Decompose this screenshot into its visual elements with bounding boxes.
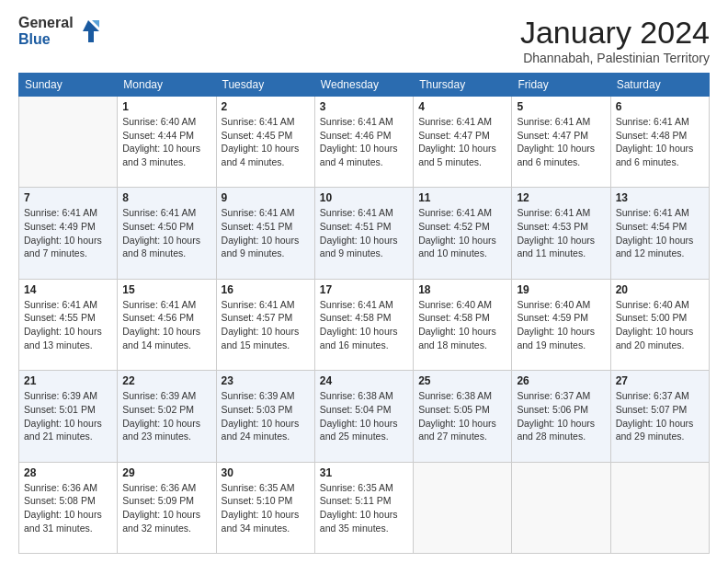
day-number: 12 xyxy=(517,191,605,204)
table-row xyxy=(414,462,512,553)
logo-general: General xyxy=(18,15,74,31)
table-row: 25Sunrise: 6:38 AM Sunset: 5:05 PM Dayli… xyxy=(414,371,512,462)
day-info: Sunrise: 6:37 AM Sunset: 5:06 PM Dayligh… xyxy=(517,389,605,443)
day-info: Sunrise: 6:41 AM Sunset: 4:54 PM Dayligh… xyxy=(616,206,704,260)
day-info: Sunrise: 6:37 AM Sunset: 5:07 PM Dayligh… xyxy=(616,389,704,443)
table-row: 2Sunrise: 6:41 AM Sunset: 4:45 PM Daylig… xyxy=(216,97,314,188)
day-info: Sunrise: 6:39 AM Sunset: 5:03 PM Dayligh… xyxy=(222,389,310,443)
table-row: 23Sunrise: 6:39 AM Sunset: 5:03 PM Dayli… xyxy=(216,371,314,462)
day-number: 13 xyxy=(616,191,704,204)
table-row: 11Sunrise: 6:41 AM Sunset: 4:52 PM Dayli… xyxy=(414,188,512,279)
day-info: Sunrise: 6:41 AM Sunset: 4:50 PM Dayligh… xyxy=(122,206,210,260)
table-row: 24Sunrise: 6:38 AM Sunset: 5:04 PM Dayli… xyxy=(314,371,413,462)
table-row: 21Sunrise: 6:39 AM Sunset: 5:01 PM Dayli… xyxy=(19,371,118,462)
calendar-week-row: 28Sunrise: 6:36 AM Sunset: 5:08 PM Dayli… xyxy=(19,462,710,553)
table-row: 4Sunrise: 6:41 AM Sunset: 4:47 PM Daylig… xyxy=(414,97,512,188)
day-number: 30 xyxy=(222,466,310,479)
table-row: 15Sunrise: 6:41 AM Sunset: 4:56 PM Dayli… xyxy=(118,279,216,370)
day-info: Sunrise: 6:36 AM Sunset: 5:08 PM Dayligh… xyxy=(24,481,112,535)
day-info: Sunrise: 6:41 AM Sunset: 4:52 PM Dayligh… xyxy=(418,206,506,260)
day-number: 23 xyxy=(222,374,310,387)
day-number: 2 xyxy=(222,100,310,113)
calendar-week-row: 21Sunrise: 6:39 AM Sunset: 5:01 PM Dayli… xyxy=(19,371,710,462)
col-monday: Monday xyxy=(118,74,216,97)
day-number: 31 xyxy=(320,466,408,479)
table-row: 7Sunrise: 6:41 AM Sunset: 4:49 PM Daylig… xyxy=(19,188,118,279)
day-number: 19 xyxy=(517,283,605,296)
col-wednesday: Wednesday xyxy=(314,74,413,97)
col-saturday: Saturday xyxy=(610,74,709,97)
day-number: 10 xyxy=(320,191,408,204)
day-number: 11 xyxy=(418,191,506,204)
day-info: Sunrise: 6:41 AM Sunset: 4:47 PM Dayligh… xyxy=(418,115,506,169)
col-thursday: Thursday xyxy=(414,74,512,97)
day-info: Sunrise: 6:41 AM Sunset: 4:58 PM Dayligh… xyxy=(320,298,408,352)
day-info: Sunrise: 6:38 AM Sunset: 5:05 PM Dayligh… xyxy=(418,389,506,443)
day-number: 3 xyxy=(320,100,408,113)
day-info: Sunrise: 6:40 AM Sunset: 5:00 PM Dayligh… xyxy=(616,298,704,352)
day-number: 18 xyxy=(418,283,506,296)
day-number: 28 xyxy=(24,466,112,479)
table-row: 14Sunrise: 6:41 AM Sunset: 4:55 PM Dayli… xyxy=(19,279,118,370)
day-number: 25 xyxy=(418,374,506,387)
day-info: Sunrise: 6:41 AM Sunset: 4:47 PM Dayligh… xyxy=(517,115,605,169)
day-info: Sunrise: 6:35 AM Sunset: 5:10 PM Dayligh… xyxy=(222,481,310,535)
day-info: Sunrise: 6:36 AM Sunset: 5:09 PM Dayligh… xyxy=(122,481,210,535)
day-number: 16 xyxy=(222,283,310,296)
day-info: Sunrise: 6:39 AM Sunset: 5:01 PM Dayligh… xyxy=(24,389,112,443)
table-row: 27Sunrise: 6:37 AM Sunset: 5:07 PM Dayli… xyxy=(610,371,709,462)
table-row: 26Sunrise: 6:37 AM Sunset: 5:06 PM Dayli… xyxy=(512,371,610,462)
day-info: Sunrise: 6:41 AM Sunset: 4:57 PM Dayligh… xyxy=(222,298,310,352)
day-number: 5 xyxy=(517,100,605,113)
calendar-header-row: Sunday Monday Tuesday Wednesday Thursday… xyxy=(19,74,710,97)
table-row: 8Sunrise: 6:41 AM Sunset: 4:50 PM Daylig… xyxy=(118,188,216,279)
table-row xyxy=(19,97,118,188)
table-row: 19Sunrise: 6:40 AM Sunset: 4:59 PM Dayli… xyxy=(512,279,610,370)
col-friday: Friday xyxy=(512,74,610,97)
table-row: 16Sunrise: 6:41 AM Sunset: 4:57 PM Dayli… xyxy=(216,279,314,370)
col-sunday: Sunday xyxy=(19,74,118,97)
day-info: Sunrise: 6:40 AM Sunset: 4:58 PM Dayligh… xyxy=(418,298,506,352)
day-info: Sunrise: 6:41 AM Sunset: 4:49 PM Dayligh… xyxy=(24,206,112,260)
table-row: 12Sunrise: 6:41 AM Sunset: 4:53 PM Dayli… xyxy=(512,188,610,279)
title-section: January 2024 Dhannabah, Palestinian Terr… xyxy=(520,15,710,65)
table-row xyxy=(512,462,610,553)
logo-blue: Blue xyxy=(18,31,74,48)
day-info: Sunrise: 6:40 AM Sunset: 4:59 PM Dayligh… xyxy=(517,298,605,352)
logo: General Blue xyxy=(18,15,101,47)
day-number: 9 xyxy=(222,191,310,204)
month-title: January 2024 xyxy=(520,15,710,51)
day-number: 26 xyxy=(517,374,605,387)
day-number: 21 xyxy=(24,374,112,387)
day-info: Sunrise: 6:41 AM Sunset: 4:45 PM Dayligh… xyxy=(222,115,310,169)
day-number: 24 xyxy=(320,374,408,387)
table-row: 10Sunrise: 6:41 AM Sunset: 4:51 PM Dayli… xyxy=(314,188,413,279)
logo-arrow-icon xyxy=(75,18,101,44)
table-row: 31Sunrise: 6:35 AM Sunset: 5:11 PM Dayli… xyxy=(314,462,413,553)
day-number: 20 xyxy=(616,283,704,296)
day-number: 14 xyxy=(24,283,112,296)
day-info: Sunrise: 6:39 AM Sunset: 5:02 PM Dayligh… xyxy=(122,389,210,443)
table-row: 18Sunrise: 6:40 AM Sunset: 4:58 PM Dayli… xyxy=(414,279,512,370)
day-number: 6 xyxy=(616,100,704,113)
day-info: Sunrise: 6:41 AM Sunset: 4:51 PM Dayligh… xyxy=(320,206,408,260)
day-info: Sunrise: 6:40 AM Sunset: 4:44 PM Dayligh… xyxy=(122,115,210,169)
table-row: 30Sunrise: 6:35 AM Sunset: 5:10 PM Dayli… xyxy=(216,462,314,553)
day-info: Sunrise: 6:41 AM Sunset: 4:56 PM Dayligh… xyxy=(122,298,210,352)
day-info: Sunrise: 6:41 AM Sunset: 4:55 PM Dayligh… xyxy=(24,298,112,352)
calendar-week-row: 1Sunrise: 6:40 AM Sunset: 4:44 PM Daylig… xyxy=(19,97,710,188)
day-number: 17 xyxy=(320,283,408,296)
day-info: Sunrise: 6:38 AM Sunset: 5:04 PM Dayligh… xyxy=(320,389,408,443)
table-row: 17Sunrise: 6:41 AM Sunset: 4:58 PM Dayli… xyxy=(314,279,413,370)
day-info: Sunrise: 6:41 AM Sunset: 4:48 PM Dayligh… xyxy=(616,115,704,169)
day-info: Sunrise: 6:35 AM Sunset: 5:11 PM Dayligh… xyxy=(320,481,408,535)
location: Dhannabah, Palestinian Territory xyxy=(520,51,710,65)
table-row: 9Sunrise: 6:41 AM Sunset: 4:51 PM Daylig… xyxy=(216,188,314,279)
day-number: 4 xyxy=(418,100,506,113)
day-number: 8 xyxy=(122,191,210,204)
day-info: Sunrise: 6:41 AM Sunset: 4:53 PM Dayligh… xyxy=(517,206,605,260)
table-row xyxy=(610,462,709,553)
table-row: 22Sunrise: 6:39 AM Sunset: 5:02 PM Dayli… xyxy=(118,371,216,462)
calendar-table: Sunday Monday Tuesday Wednesday Thursday… xyxy=(18,73,710,554)
table-row: 20Sunrise: 6:40 AM Sunset: 5:00 PM Dayli… xyxy=(610,279,709,370)
